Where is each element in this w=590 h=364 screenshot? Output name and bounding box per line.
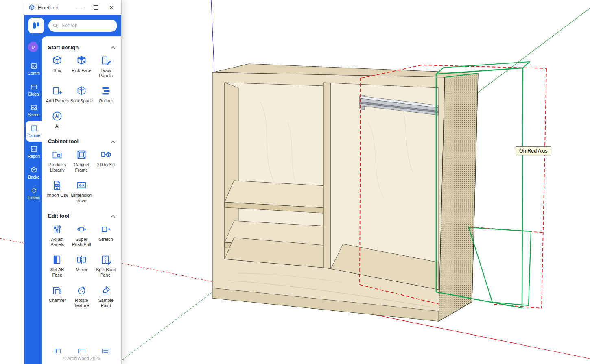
cabinet-tab-icon: [31, 125, 37, 132]
2d-to-3d-icon: [101, 149, 111, 160]
import-csv-icon: CSV: [52, 180, 63, 191]
brand-logo[interactable]: [28, 18, 44, 33]
draw-panels-icon: [101, 55, 111, 66]
floefurni-logo-icon: [28, 4, 35, 11]
clipped-tool-icon-1[interactable]: [46, 347, 70, 353]
panel-body: D Comm Global: [24, 36, 121, 364]
search-box[interactable]: [48, 20, 117, 32]
global-tab-icon: [31, 83, 37, 90]
tool-split-back-panel[interactable]: Split Back Panel: [94, 254, 118, 278]
minimize-button[interactable]: —: [73, 2, 86, 13]
tool-import-csv[interactable]: CSV Import Csv: [46, 180, 69, 203]
start-design-grid: Box Pick Face: [46, 55, 118, 135]
svg-text:CSV: CSV: [55, 185, 60, 187]
box-icon: [52, 55, 63, 66]
tool-split-space[interactable]: Split Space: [70, 85, 94, 104]
tool-cabinet-frame[interactable]: Cabinet Frame: [70, 149, 94, 173]
pick-face-icon: [76, 55, 87, 66]
edit-tool-grid: Adjust Panels Super Push/Pull: [46, 224, 118, 315]
split-back-panel-icon: [101, 254, 111, 265]
category-tab-strip: D Comm Global: [24, 36, 42, 364]
axis-inference-tooltip: On Red Axis: [516, 146, 551, 155]
app-window: On Red Axis Floefurni — ✕: [0, 0, 590, 364]
avatar[interactable]: D: [28, 42, 38, 52]
tool-stretch[interactable]: Stretch: [94, 224, 118, 247]
chamfer-icon: [52, 285, 63, 296]
maximize-button[interactable]: [89, 2, 102, 13]
panel-bottom: © ArchiWood 2025: [46, 347, 118, 364]
rotate-texture-icon: [76, 285, 87, 296]
super-push-pull-icon: [76, 224, 87, 235]
products-library-icon: [52, 149, 63, 160]
split-space-icon: [76, 85, 87, 96]
sidebar-tab-scene[interactable]: Scene: [26, 100, 42, 121]
search-input[interactable]: [61, 22, 113, 29]
section-header-start-design[interactable]: Start design: [46, 41, 118, 55]
sidebar-tab-common[interactable]: Comm: [26, 59, 42, 79]
partial-tool-row[interactable]: [46, 347, 118, 353]
add-panels-icon: [52, 85, 63, 96]
extension-tab-icon: [31, 187, 37, 194]
tool-dimension-drive[interactable]: Dimension drive: [70, 180, 94, 203]
sidebar-tab-report[interactable]: Report: [26, 142, 42, 162]
tool-chamfer[interactable]: Chamfer: [46, 285, 69, 308]
section-title: Cabinet tool: [48, 138, 79, 144]
panel-header: [24, 15, 121, 36]
divider-panel: [323, 83, 331, 269]
stretch-icon: [101, 224, 111, 235]
tool-pick-face[interactable]: Pick Face: [70, 55, 94, 78]
tool-ai[interactable]: AI AI: [46, 111, 69, 129]
tool-products-library[interactable]: Products Librariy: [46, 149, 69, 173]
mirror-icon: [76, 254, 87, 265]
sidebar-tab-backend[interactable]: Backe: [26, 162, 42, 183]
svg-text:AI: AI: [55, 114, 59, 118]
panel-titlebar[interactable]: Floefurni — ✕: [24, 0, 121, 15]
section-header-edit-tool[interactable]: Edit tool: [46, 210, 118, 224]
scene-tab-icon: [31, 104, 37, 111]
tool-draw-panels[interactable]: Draw Panels: [94, 55, 118, 78]
chevron-up-icon[interactable]: [110, 138, 116, 145]
adjust-panels-icon: [52, 224, 63, 235]
tool-mirror[interactable]: Mirror: [70, 254, 94, 278]
dimension-drive-icon: [76, 180, 87, 191]
green-axis-negative: [117, 284, 223, 364]
cabinet-frame-icon: [76, 149, 87, 160]
common-tab-icon: [31, 63, 37, 70]
window-title: Floefurni: [38, 4, 59, 11]
maximize-icon: [94, 5, 98, 10]
tool-set-ab-face[interactable]: Set AB Face: [46, 254, 69, 278]
tool-super-push-pull[interactable]: Super Push/Pull: [70, 224, 94, 247]
sidebar-tab-cabinet[interactable]: Cabine: [26, 121, 42, 142]
cabinet-tool-grid: Products Librariy Cabinet Frame: [46, 149, 118, 210]
tool-rotate-texture[interactable]: Rotate Texture: [70, 285, 94, 308]
close-button[interactable]: ✕: [105, 2, 118, 13]
tool-sample-paint[interactable]: Sample Paint: [94, 285, 118, 308]
outliner-icon: [101, 85, 111, 96]
tool-outliner[interactable]: Ouliner: [94, 85, 118, 104]
set-ab-face-icon: [52, 254, 63, 265]
tool-add-panels[interactable]: Add Panels: [46, 85, 69, 104]
clipped-tool-icon-2[interactable]: [70, 347, 94, 353]
cabinet-model[interactable]: [212, 64, 478, 321]
section-title: Start design: [48, 44, 79, 50]
chevron-up-icon[interactable]: [110, 44, 116, 51]
chevron-up-icon[interactable]: [110, 212, 116, 220]
tool-box[interactable]: Box: [46, 55, 69, 78]
section-title: Edit tool: [48, 213, 69, 219]
sidebar-tab-global[interactable]: Global: [26, 79, 42, 100]
sample-paint-icon: [101, 285, 111, 296]
ai-icon: AI: [52, 111, 63, 122]
tool-adjust-panels[interactable]: Adjust Panels: [46, 224, 69, 247]
report-tab-icon: [31, 146, 37, 153]
copyright-text: © ArchiWood 2025: [46, 353, 118, 364]
section-header-cabinet-tool[interactable]: Cabinet tool: [46, 135, 118, 149]
sidebar-tab-extension[interactable]: Extens: [26, 183, 42, 204]
backend-tab-icon: [31, 166, 37, 173]
tool-2d-to-3d[interactable]: 2D to 3D: [94, 149, 118, 173]
search-icon: [53, 23, 58, 28]
tool-content: Start design Box: [42, 36, 121, 364]
clipped-tool-icon-3[interactable]: [94, 347, 118, 353]
floefurni-panel: Floefurni — ✕ D: [24, 0, 121, 364]
